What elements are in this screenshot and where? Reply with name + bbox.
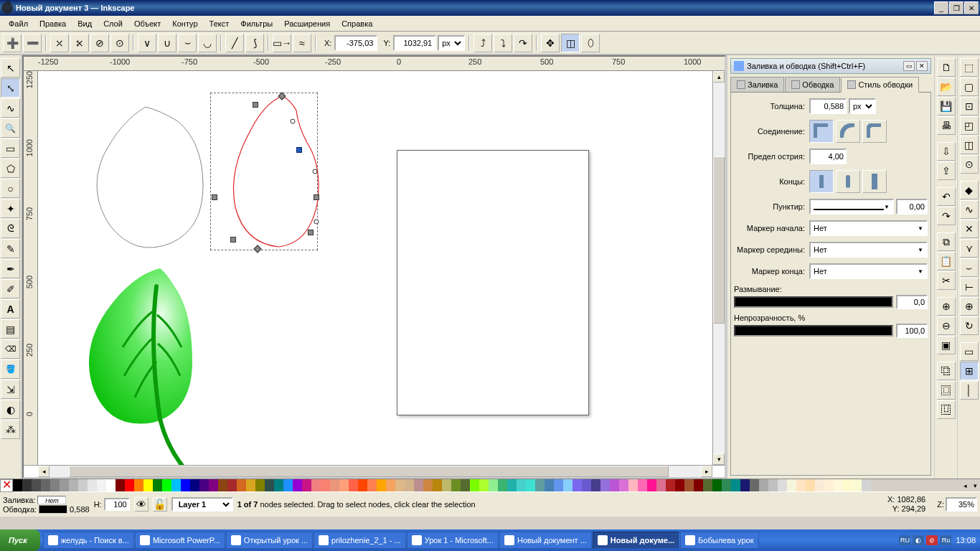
taskbar-item[interactable]: Бобылева урок — [680, 532, 758, 549]
taskbar-item[interactable]: Открытый урок ... — [226, 532, 313, 549]
palette-swatch[interactable] — [796, 479, 806, 491]
stroke-width-unit[interactable]: px — [849, 98, 876, 114]
layer-visibility-button[interactable]: 👁 — [134, 497, 149, 512]
snap-node-button[interactable]: ◆ — [960, 181, 979, 199]
menu-filters[interactable]: Фильтры — [235, 17, 278, 30]
break-node-button[interactable]: ⤫ — [50, 34, 69, 52]
palette-swatch[interactable] — [647, 479, 656, 491]
bezier-handle[interactable] — [313, 169, 318, 174]
palette-swatch[interactable] — [395, 479, 405, 491]
cut-button[interactable]: ✂ — [937, 271, 956, 290]
palette-swatch[interactable] — [722, 479, 731, 491]
connector-tool[interactable] — [1, 380, 20, 399]
palette-swatch[interactable] — [498, 479, 507, 491]
palette-swatch[interactable] — [181, 479, 190, 491]
palette-swatch[interactable] — [750, 479, 759, 491]
palette-scroll-left[interactable]: ◂ — [960, 479, 970, 491]
palette-swatch[interactable] — [582, 479, 591, 491]
vertical-scrollbar[interactable]: ▴ ▾ — [712, 71, 725, 465]
palette-swatch[interactable] — [50, 479, 60, 491]
palette-swatch[interactable] — [610, 479, 619, 491]
palette-swatch[interactable] — [22, 479, 32, 491]
palette-swatch[interactable] — [377, 479, 386, 491]
blur-value-input[interactable] — [896, 295, 928, 309]
palette-swatch[interactable] — [414, 479, 423, 491]
palette-swatch[interactable] — [517, 479, 526, 491]
delete-segment-button[interactable]: ⊘ — [90, 34, 109, 52]
palette-swatch[interactable] — [768, 479, 778, 491]
zoom-input[interactable] — [946, 497, 977, 512]
lang-indicator-2[interactable]: Ru — [940, 535, 951, 545]
horizontal-ruler[interactable]: -1250-1000-750-500-25002505007501000 — [24, 57, 725, 71]
menu-edit[interactable]: Правка — [34, 17, 72, 30]
layer-select[interactable]: Layer 1 — [171, 497, 233, 512]
taskbar-item[interactable]: желудь - Поиск в... — [43, 532, 134, 549]
selector-tool[interactable] — [1, 58, 20, 77]
zoom-tool[interactable] — [1, 118, 20, 138]
tab-stroke-style[interactable]: Стиль обводки — [841, 77, 919, 93]
snap-enable-button[interactable]: ⬚ — [960, 58, 979, 77]
palette-swatch[interactable] — [656, 479, 666, 491]
palette-swatch[interactable] — [190, 479, 199, 491]
menu-extensions[interactable]: Расширения — [278, 17, 336, 30]
blur-slider[interactable] — [734, 296, 893, 308]
export-button[interactable]: ⇪ — [937, 161, 956, 180]
palette-swatch[interactable] — [862, 479, 871, 491]
smooth-node-button[interactable]: ∪ — [158, 34, 176, 52]
palette-swatch[interactable] — [143, 479, 153, 491]
palette-swatch[interactable] — [330, 479, 339, 491]
palette-swatch[interactable] — [852, 479, 862, 491]
import-button[interactable]: ⇩ — [937, 142, 956, 161]
snap-rotation-button[interactable]: ↻ — [960, 316, 979, 335]
join-miter-button[interactable] — [809, 120, 834, 143]
path-node[interactable] — [253, 102, 258, 108]
palette-swatch[interactable] — [358, 479, 367, 491]
palette-swatch[interactable] — [507, 479, 517, 491]
palette-swatch[interactable] — [535, 479, 545, 491]
dialog-iconify-button[interactable]: ▭ — [903, 61, 915, 71]
palette-swatch[interactable] — [806, 479, 815, 491]
line-segment-button[interactable]: ╱ — [225, 34, 244, 52]
palette-swatch[interactable] — [311, 479, 321, 491]
palette-swatch[interactable] — [479, 479, 489, 491]
palette-swatch[interactable] — [470, 479, 479, 491]
star-tool[interactable] — [1, 199, 20, 218]
snap-intersection-button[interactable]: ✕ — [960, 220, 979, 238]
stroke-width-input[interactable] — [809, 98, 847, 114]
tab-stroke-paint[interactable]: Обводка — [785, 77, 840, 92]
menu-layer[interactable]: Слой — [98, 17, 128, 30]
palette-swatch[interactable] — [600, 479, 610, 491]
palette-swatch[interactable] — [367, 479, 377, 491]
status-fill-swatch[interactable]: Нет — [37, 496, 66, 504]
clone-button[interactable]: ⿴ — [937, 381, 956, 400]
palette-swatch[interactable] — [78, 479, 88, 491]
close-path-button[interactable]: ⊙ — [110, 34, 129, 52]
palette-swatch[interactable] — [69, 479, 78, 491]
tweak-tool[interactable] — [1, 98, 20, 118]
palette-swatch[interactable] — [199, 479, 209, 491]
spiral-tool[interactable] — [1, 219, 20, 238]
menu-text[interactable]: Текст — [204, 17, 235, 30]
palette-swatch[interactable] — [134, 479, 143, 491]
cap-square-button[interactable] — [862, 170, 887, 193]
tray-icon[interactable]: ⊘ — [926, 535, 938, 545]
palette-swatch[interactable] — [451, 479, 461, 491]
join-bevel-button[interactable] — [862, 120, 887, 143]
box3d-tool[interactable] — [1, 159, 20, 178]
palette-swatch[interactable] — [60, 479, 69, 491]
calligraphy-tool[interactable] — [1, 279, 20, 298]
path-node-selected[interactable] — [296, 147, 302, 153]
palette-swatch[interactable] — [32, 479, 41, 491]
palette-swatch[interactable] — [628, 479, 638, 491]
palette-swatch[interactable] — [255, 479, 265, 491]
palette-swatch[interactable] — [787, 479, 796, 491]
dialog-close-button[interactable]: ✕ — [916, 61, 928, 71]
taskbar-clock[interactable]: 13:08 — [953, 536, 976, 545]
taskbar-item[interactable]: Microsoft PowerP... — [135, 532, 225, 549]
maximize-button[interactable]: ❐ — [949, 1, 963, 14]
palette-swatch[interactable] — [265, 479, 274, 491]
zoom-fit-button[interactable]: ⊕ — [937, 297, 956, 316]
coord-y-input[interactable] — [393, 35, 436, 51]
palette-swatch[interactable] — [302, 479, 311, 491]
taskbar-item[interactable]: Урок 1 - Microsoft... — [407, 532, 499, 549]
